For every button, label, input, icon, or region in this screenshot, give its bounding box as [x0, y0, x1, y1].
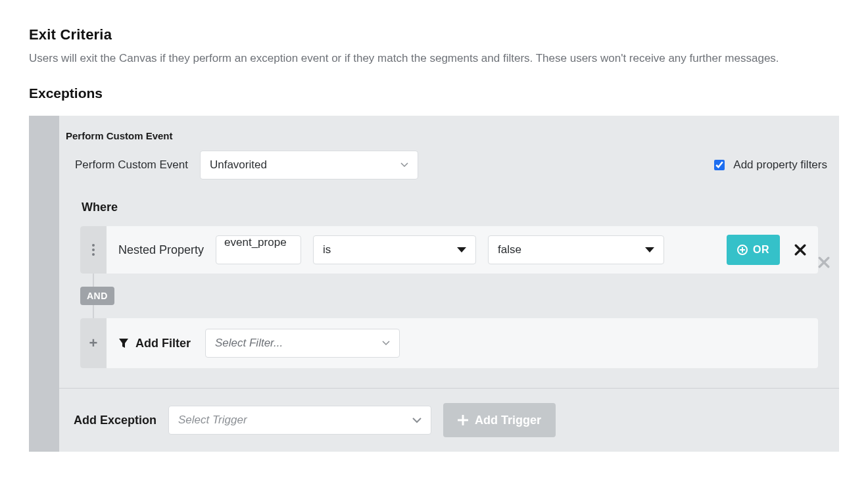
property-filters-label: Add property filters [733, 158, 827, 172]
custom-event-block: Perform Custom Event Perform Custom Even… [59, 116, 839, 389]
caret-down-icon [645, 247, 654, 252]
chevron-down-icon [412, 418, 422, 423]
operator-value: is [323, 243, 331, 256]
filter-stack: Nested Property event_prope is false [80, 226, 818, 368]
custom-event-select[interactable]: Unfavorited [200, 151, 418, 179]
select-filter-placeholder: Select Filter... [215, 337, 283, 350]
exceptions-panel: Perform Custom Event Perform Custom Even… [29, 116, 839, 452]
exit-criteria-description: Users will exit the Canvas if they perfo… [29, 50, 838, 67]
property-filters-toggle[interactable]: Add property filters [711, 158, 827, 172]
plus-circle-icon [737, 245, 748, 255]
filter-row: Nested Property event_prope is false [80, 226, 818, 274]
property-filters-checkbox[interactable] [714, 160, 725, 170]
property-name-input[interactable]: event_prope [216, 235, 301, 264]
custom-event-selected: Unfavorited [210, 158, 267, 172]
select-filter-dropdown[interactable]: Select Filter... [205, 329, 400, 358]
select-trigger-dropdown[interactable]: Select Trigger [168, 406, 431, 435]
add-trigger-button[interactable]: Add Trigger [443, 403, 556, 437]
or-button[interactable]: OR [727, 235, 780, 265]
filter-type-label: Nested Property [118, 243, 204, 257]
and-operator-pill: AND [80, 287, 114, 305]
add-filter-row: + Add Filter Select Filter... [80, 318, 818, 368]
or-button-label: OR [753, 244, 769, 256]
plus-icon [458, 415, 468, 425]
select-trigger-placeholder: Select Trigger [178, 414, 247, 427]
exit-criteria-title: Exit Criteria [29, 26, 839, 43]
operator-select[interactable]: is [313, 235, 476, 264]
add-filter-label: Add Filter [118, 337, 191, 350]
svg-point-1 [92, 249, 95, 251]
custom-event-block-title: Perform Custom Event [66, 130, 832, 141]
panel-gutter [29, 116, 59, 452]
chevron-down-icon [382, 341, 390, 346]
add-exception-label: Add Exception [74, 414, 157, 427]
where-heading: Where [82, 201, 832, 214]
add-filter-text: Add Filter [135, 337, 191, 350]
remove-filter-row-icon[interactable] [794, 244, 806, 256]
custom-event-label: Perform Custom Event [75, 158, 188, 172]
exceptions-heading: Exceptions [29, 85, 839, 101]
value-select[interactable]: false [488, 235, 664, 264]
svg-point-2 [92, 253, 95, 256]
funnel-icon [118, 338, 129, 348]
add-trigger-label: Add Trigger [475, 414, 541, 427]
svg-point-0 [92, 244, 95, 247]
plus-icon[interactable]: + [80, 318, 107, 368]
add-exception-footer: Add Exception Select Trigger Add Trigger [59, 389, 839, 452]
drag-handle-icon[interactable] [80, 226, 107, 274]
remove-filter-group-icon[interactable] [818, 256, 830, 268]
chevron-down-icon [400, 162, 408, 168]
caret-down-icon [457, 247, 466, 252]
value-text: false [498, 243, 521, 256]
